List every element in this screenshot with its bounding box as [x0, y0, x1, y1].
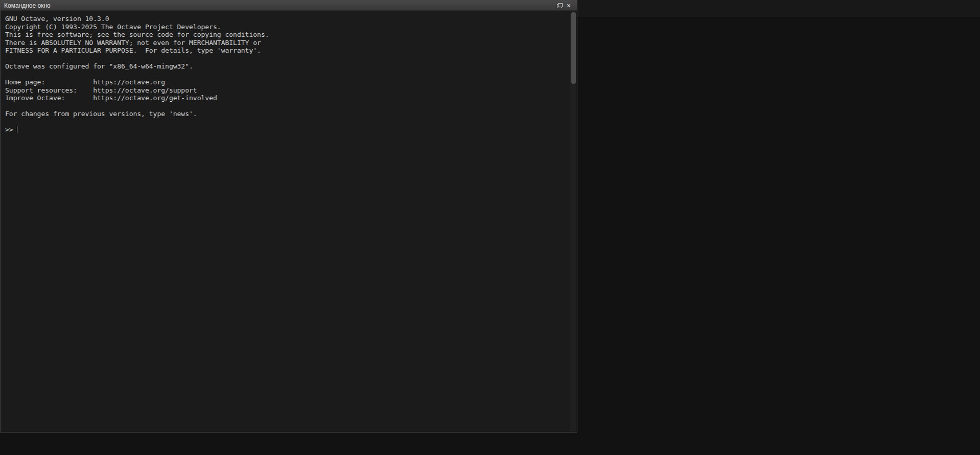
undock-button[interactable] — [555, 2, 564, 10]
window-bottom-strip — [0, 451, 980, 455]
close-button[interactable]: × — [564, 2, 573, 10]
close-icon: × — [567, 2, 571, 9]
scrollbar-track[interactable] — [570, 11, 576, 431]
text-cursor — [17, 126, 17, 133]
command-window-panel: Командное окно × GNU Octave, version 10.… — [0, 0, 577, 433]
command-window-output[interactable]: GNU Octave, version 10.3.0 Copyright (C)… — [1, 11, 569, 431]
command-window-titlebar: Командное окно × — [1, 1, 577, 11]
scrollbar-thumb[interactable] — [571, 12, 576, 84]
command-window-title: Командное окно — [4, 2, 51, 9]
undock-icon — [557, 3, 563, 8]
